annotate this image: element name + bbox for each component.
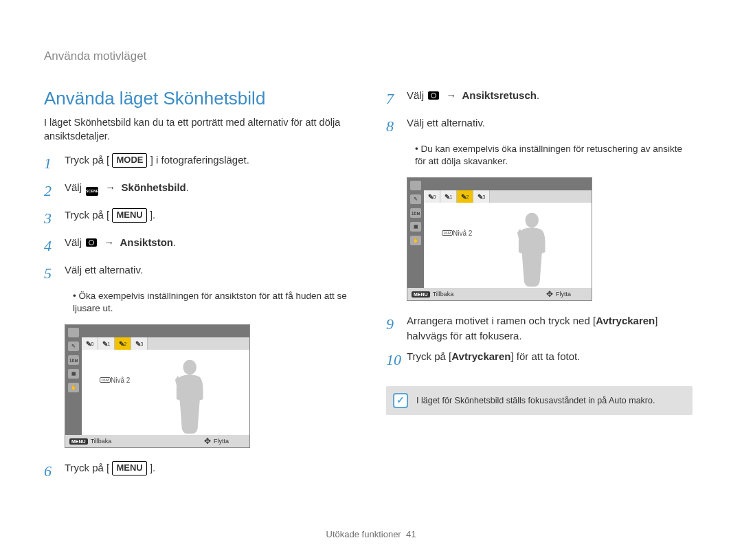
step-text: Välj ett alternativ. xyxy=(407,115,485,131)
lcd-body: Nivå 2 xyxy=(424,203,592,288)
nav-knob-icon: ✥ xyxy=(204,436,211,446)
lcd-screenshot-1: ✎ 16м ▦ ✋ ✎0 ✎1 ✎2 ✎3 Nivå 2 xyxy=(65,324,250,448)
step-4: Välj → Ansiktston. xyxy=(44,235,350,257)
step-9: Arrangera motivet i ramen och tryck ned … xyxy=(386,313,693,344)
menu-button-label: MENU xyxy=(112,461,146,475)
step-text: Välj xyxy=(407,89,427,101)
step-3: Tryck på [ MENU ]. xyxy=(44,208,350,229)
lcd-move-label: Flytta xyxy=(214,438,229,445)
step-1: Tryck på [ MODE ] i fotograferingsläget. xyxy=(44,153,350,175)
skonhetsbild-label: Skönhetsbild xyxy=(122,181,186,193)
note-box: ✓ I läget för Skönhetsbild ställs fokusa… xyxy=(386,386,693,415)
lcd-screenshot-2: ✎ 16м ▦ ✋ ✎0 ✎1 ✎2 ✎3 Nivå 2 xyxy=(407,177,592,301)
lcd-side-icon xyxy=(410,181,421,190)
steps-list-right-2: Arrangera motivet i ramen och tryck ned … xyxy=(386,313,693,370)
step-2: Välj → Skönhetsbild. xyxy=(44,180,350,202)
lcd-level-label: Nivå 2 xyxy=(440,227,472,238)
lcd-side-icon: 16м xyxy=(410,208,421,218)
level-cell-3: ✎3 xyxy=(131,337,148,350)
steps-list-left: Tryck på [ MODE ] i fotograferingsläget.… xyxy=(44,153,350,284)
step-text: Tryck på [ xyxy=(65,209,109,221)
lcd-move-label: Flytta xyxy=(556,291,571,298)
camera-icon xyxy=(428,91,439,100)
level-cell-1: ✎1 xyxy=(98,337,115,350)
step-text: Tryck på [ xyxy=(65,154,109,166)
step-text: Tryck på [ xyxy=(65,462,109,473)
step-text: Välj xyxy=(65,236,85,248)
left-column: Använda läget Skönhetsbild I läget Skönh… xyxy=(44,88,350,488)
lcd-topbar xyxy=(424,178,592,190)
lcd-level-label: Nivå 2 xyxy=(98,374,130,385)
lcd-sidebar: ✎ 16м ▦ ✋ xyxy=(65,325,82,435)
level-cell-2-selected: ✎2 xyxy=(115,337,131,350)
content-columns: Använda läget Skönhetsbild I läget Skönh… xyxy=(44,88,698,488)
lcd-sidebar: ✎ 16м ▦ ✋ xyxy=(407,178,424,288)
lcd-side-icon: ▦ xyxy=(68,369,79,379)
lcd-side-icon: ✋ xyxy=(410,236,421,245)
ansiktsretusch-label: Ansiktsretusch xyxy=(462,89,537,101)
menu-keycap: MENU xyxy=(412,291,430,298)
camera-icon xyxy=(86,238,97,247)
step-6: Tryck på [ MENU ]. xyxy=(44,460,350,482)
step-text: ] för att ta fotot. xyxy=(510,350,580,362)
lcd-side-icon: ✎ xyxy=(410,194,421,204)
step-text: Välj xyxy=(65,181,85,193)
nav-knob-icon: ✥ xyxy=(546,289,553,299)
avtryckaren-label: Avtryckaren xyxy=(596,315,655,326)
steps-list-left-2: Tryck på [ MENU ]. xyxy=(44,460,350,482)
menu-keycap: MENU xyxy=(69,438,88,445)
note-text: I läget för Skönhetsbild ställs fokusavs… xyxy=(416,396,655,405)
avtryckaren-label: Avtryckaren xyxy=(451,350,510,362)
page-header: Använda motivläget xyxy=(44,49,698,63)
page-footer: Utökade funktioner 41 xyxy=(0,529,742,539)
step-text: ]. xyxy=(150,462,155,473)
lcd-level-row: ✎0 ✎1 ✎2 ✎3 xyxy=(82,337,249,350)
page: Använda motivläget Använda läget Skönhet… xyxy=(0,0,742,560)
step-text: Välj ett alternativ. xyxy=(65,262,143,278)
person-silhouette-icon xyxy=(170,357,210,438)
footer-section: Utökade funktioner xyxy=(326,529,401,539)
step-10: Tryck på [Avtryckaren] för att ta fotot. xyxy=(386,349,693,371)
arrow-icon: → xyxy=(446,89,456,101)
scene-icon xyxy=(86,187,98,196)
ansiktston-label: Ansiktston xyxy=(120,236,174,248)
lcd-side-icon: ✎ xyxy=(68,341,79,351)
step-5: Välj ett alternativ. xyxy=(44,262,350,284)
person-silhouette-icon xyxy=(512,210,552,291)
menu-button-label: MENU xyxy=(112,208,146,223)
step-7: Välj → Ansiktsretusch. xyxy=(386,88,693,110)
step-8: Välj ett alternativ. xyxy=(386,115,693,137)
lcd-footer: MENU Tillbaka ✥ Flytta xyxy=(407,288,592,300)
lcd-topbar xyxy=(82,325,249,337)
lcd-footer: MENU Tillbaka ✥ Flytta xyxy=(65,435,249,447)
step-text: Tryck på [ xyxy=(407,350,451,362)
arrow-icon: → xyxy=(105,181,115,193)
step-8-sub: Du kan exempelvis öka inställningen för … xyxy=(415,143,693,168)
level-cell-0: ✎0 xyxy=(82,337,98,350)
steps-list-right: Välj → Ansiktsretusch. Välj ett alternat… xyxy=(386,88,693,137)
footer-page: 41 xyxy=(406,529,416,539)
level-cell-3: ✎3 xyxy=(473,190,490,203)
lcd-back-label: Tillbaka xyxy=(433,291,454,298)
right-column: Välj → Ansiktsretusch. Välj ett alternat… xyxy=(386,88,693,488)
lcd-side-icon: 16м xyxy=(68,355,79,365)
lcd-back-label: Tillbaka xyxy=(91,438,112,445)
page-title: Använda läget Skönhetsbild xyxy=(44,88,350,109)
step-text: ] i fotograferingsläget. xyxy=(150,154,249,166)
step-5-sub: Öka exempelvis inställningen för ansikts… xyxy=(73,290,350,315)
mode-button-label: MODE xyxy=(112,153,147,168)
step-text: Arrangera motivet i ramen och tryck ned … xyxy=(407,315,596,326)
level-cell-0: ✎0 xyxy=(424,190,440,203)
arrow-icon: → xyxy=(104,236,114,248)
lcd-body: Nivå 2 xyxy=(82,350,249,435)
lcd-side-icon: ▦ xyxy=(410,222,421,232)
lcd-level-row: ✎0 ✎1 ✎2 ✎3 xyxy=(424,190,592,203)
lcd-side-icon: ✋ xyxy=(68,383,79,392)
level-cell-2-selected: ✎2 xyxy=(457,190,473,203)
level-cell-1: ✎1 xyxy=(440,190,457,203)
step-text: ]. xyxy=(150,209,155,221)
info-icon: ✓ xyxy=(393,393,408,408)
lcd-side-icon xyxy=(68,328,79,337)
intro-text: I läget Skönhetsbild kan du ta ett portr… xyxy=(44,116,350,143)
